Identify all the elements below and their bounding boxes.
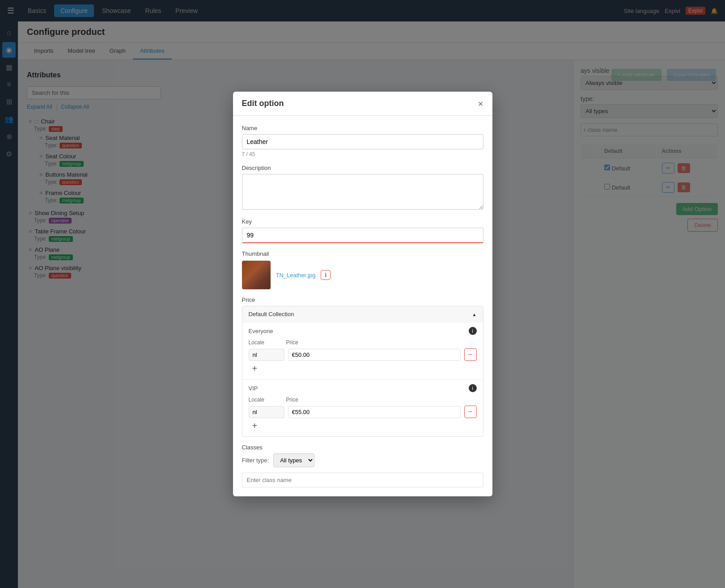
vip-info-icon[interactable]: i bbox=[469, 384, 477, 392]
modal-title: Edit option bbox=[242, 99, 284, 108]
thumbnail-filename[interactable]: TN_Leather.jpg bbox=[276, 272, 316, 279]
price-input-everyone[interactable] bbox=[288, 349, 461, 361]
locale-input-everyone[interactable] bbox=[249, 349, 284, 361]
edit-option-modal: Edit option × Name 7 / 45 Description Ke… bbox=[233, 92, 492, 496]
filter-type-select[interactable]: All types Type 1 Type 2 bbox=[273, 453, 314, 467]
remove-price-vip-button[interactable]: − bbox=[464, 406, 477, 418]
price-group-vip-label: VIP i bbox=[249, 384, 477, 392]
classes-label: Classes bbox=[242, 444, 483, 451]
thumbnail-image bbox=[242, 261, 271, 289]
thumbnail-info-button[interactable]: ℹ bbox=[321, 270, 331, 280]
vip-price-header: Locale Price bbox=[249, 396, 477, 403]
name-input[interactable] bbox=[242, 134, 483, 149]
modal-close-button[interactable]: × bbox=[478, 99, 483, 108]
key-field-group: Key bbox=[242, 218, 483, 243]
modal-overlay: Edit option × Name 7 / 45 Description Ke… bbox=[0, 0, 725, 588]
char-count: 7 / 45 bbox=[242, 151, 483, 157]
price-collection: Default Collection Everyone i Locale Pri… bbox=[242, 306, 483, 437]
key-label: Key bbox=[242, 218, 483, 225]
description-textarea[interactable] bbox=[242, 174, 483, 210]
everyone-label: Everyone bbox=[249, 328, 273, 334]
thumbnail-row: TN_Leather.jpg ℹ bbox=[242, 261, 483, 289]
description-field-group: Description bbox=[242, 165, 483, 211]
price-group-vip: VIP i Locale Price − + bbox=[242, 379, 483, 436]
locale-input-vip[interactable] bbox=[249, 406, 284, 418]
modal-header: Edit option × bbox=[233, 92, 492, 116]
price-collection-header[interactable]: Default Collection bbox=[242, 306, 483, 322]
class-name-input[interactable] bbox=[242, 473, 483, 487]
chevron-up-icon bbox=[472, 311, 477, 317]
filter-row: Filter type: All types Type 1 Type 2 bbox=[242, 453, 483, 467]
add-price-vip-button[interactable]: + bbox=[249, 420, 261, 432]
everyone-info-icon[interactable]: i bbox=[469, 327, 477, 335]
price-input-vip[interactable] bbox=[288, 406, 461, 418]
collection-label: Default Collection bbox=[249, 311, 294, 317]
price-header-row: Locale Price bbox=[249, 338, 477, 346]
price-row-vip-nl: − bbox=[249, 406, 477, 418]
price-section: Price Default Collection Everyone i Loca bbox=[242, 296, 483, 437]
add-price-everyone-button[interactable]: + bbox=[249, 363, 261, 375]
key-input-wrapper bbox=[242, 228, 483, 243]
modal-body: Name 7 / 45 Description Key Thumbnail bbox=[233, 116, 492, 496]
price-group-everyone-label: Everyone i bbox=[249, 327, 477, 335]
thumbnail-section: Thumbnail TN_Leather.jpg ℹ bbox=[242, 250, 483, 289]
name-label: Name bbox=[242, 125, 483, 131]
name-field-group: Name 7 / 45 bbox=[242, 125, 483, 157]
remove-price-everyone-button[interactable]: − bbox=[464, 348, 477, 361]
thumbnail-label: Thumbnail bbox=[242, 250, 483, 257]
price-label: Price bbox=[242, 296, 483, 303]
price-row-everyone-nl: − bbox=[249, 348, 477, 361]
vip-label: VIP bbox=[249, 385, 258, 392]
description-label: Description bbox=[242, 165, 483, 171]
classes-section: Classes Filter type: All types Type 1 Ty… bbox=[242, 444, 483, 487]
price-group-everyone: Everyone i Locale Price − + bbox=[242, 322, 483, 379]
filter-type-label: Filter type: bbox=[242, 457, 269, 464]
key-input[interactable] bbox=[242, 228, 483, 243]
